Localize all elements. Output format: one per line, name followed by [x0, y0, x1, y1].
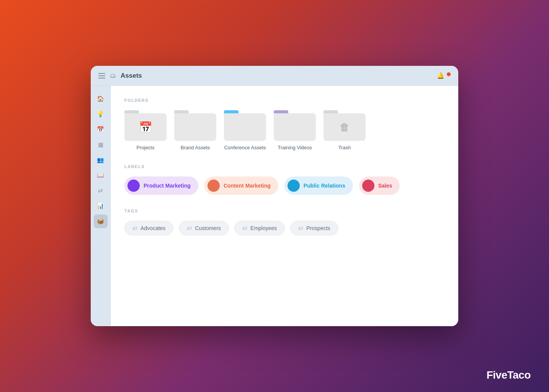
label-sales[interactable]: Sales [359, 176, 400, 195]
label-dot-sales [362, 180, 374, 192]
folder-training-videos-icon [274, 110, 316, 141]
folders-section-label: FOLDERS [124, 98, 444, 103]
tag-prospects-icon: 🏷 [298, 225, 303, 231]
trash-icon: 🗑 [340, 121, 350, 133]
tag-employees-icon: 🏷 [242, 225, 247, 231]
folder-body: 📅 [124, 113, 167, 141]
sidebar-item-flow[interactable]: ⇄ [94, 184, 108, 198]
label-sales-text: Sales [378, 183, 392, 189]
label-product-marketing[interactable]: Product Marketing [124, 176, 198, 195]
tag-employees[interactable]: 🏷 Employees [234, 221, 285, 235]
folder-projects-icon: 📅 [124, 110, 167, 141]
label-public-relations-text: Public Relations [304, 183, 345, 189]
tags-section: TAGS 🏷 Advocates 🏷 Customers 🏷 Employees [124, 209, 444, 235]
assets-title-icon: 🗂 [110, 72, 116, 79]
folder-training-videos[interactable]: Training Videos [274, 110, 316, 150]
tag-advocates-label: Advocates [141, 225, 165, 231]
labels-section: LABELS Product Marketing Content Marketi… [124, 164, 444, 195]
folder-trash[interactable]: 🗑 Trash [324, 110, 366, 150]
sidebar-item-docs[interactable]: 📖 [94, 168, 108, 182]
tag-employees-label: Employees [250, 225, 277, 231]
folder-conference-assets[interactable]: Conference Assets [224, 110, 266, 150]
folder-conference-assets-icon [224, 110, 266, 141]
folder-trash-label: Trash [338, 145, 351, 150]
folder-body [174, 113, 216, 141]
label-dot-content-marketing [208, 180, 220, 192]
folder-brand-assets-icon [174, 110, 216, 141]
sidebar-item-people[interactable]: 👥 [94, 153, 108, 167]
label-product-marketing-text: Product Marketing [144, 183, 191, 189]
label-content-marketing-text: Content Marketing [224, 183, 271, 189]
folder-body: 🗑 [324, 113, 366, 141]
tag-prospects-label: Prospects [306, 225, 330, 231]
labels-row: Product Marketing Content Marketing Publ… [124, 176, 444, 195]
folder-training-videos-label: Training Videos [278, 145, 312, 150]
tag-customers-label: Customers [195, 225, 221, 231]
tag-advocates-icon: 🏷 [132, 225, 137, 231]
sidebar-item-charts[interactable]: 📊 [94, 199, 108, 213]
notification-icon[interactable]: 🔔 [437, 72, 444, 79]
label-content-marketing[interactable]: Content Marketing [204, 176, 278, 195]
sidebar: 🏠 💡 📅 ▦ 👥 📖 ⇄ 📊 📦 [91, 86, 111, 326]
sidebar-item-home[interactable]: 🏠 [94, 92, 108, 106]
page-title: Assets [121, 72, 142, 80]
tags-row: 🏷 Advocates 🏷 Customers 🏷 Employees 🏷 Pr… [124, 221, 444, 235]
labels-section-label: LABELS [124, 164, 444, 169]
folder-body [274, 113, 316, 141]
title-bar-left: 🗂 Assets [98, 72, 142, 80]
title-bar-right: 🔔 [437, 72, 451, 79]
folder-body [224, 113, 266, 141]
projects-calendar-icon: 📅 [139, 121, 152, 134]
folder-projects[interactable]: 📅 Projects [124, 110, 167, 150]
user-status-dot [447, 72, 451, 76]
sidebar-item-grid[interactable]: ▦ [94, 138, 108, 152]
folder-brand-assets-label: Brand Assets [181, 145, 210, 150]
folder-brand-assets[interactable]: Brand Assets [174, 110, 216, 150]
folder-conference-assets-label: Conference Assets [224, 145, 266, 150]
label-dot-product-marketing [127, 180, 140, 192]
sidebar-item-ideas[interactable]: 💡 [94, 107, 108, 121]
tag-advocates[interactable]: 🏷 Advocates [124, 221, 173, 235]
branding-text: FiveTaco [487, 369, 531, 381]
app-body: 🏠 💡 📅 ▦ 👥 📖 ⇄ 📊 📦 FOLDERS 📅 [91, 86, 458, 326]
label-public-relations[interactable]: Public Relations [284, 176, 353, 195]
sidebar-item-calendar[interactable]: 📅 [94, 122, 108, 136]
label-dot-public-relations [288, 180, 300, 192]
folders-grid: 📅 Projects Brand Assets [124, 110, 444, 150]
main-content: FOLDERS 📅 Projects [111, 86, 458, 326]
folder-projects-label: Projects [137, 145, 155, 150]
tag-customers[interactable]: 🏷 Customers [179, 221, 229, 235]
tag-customers-icon: 🏷 [187, 225, 192, 231]
tags-section-label: TAGS [124, 209, 444, 213]
menu-button[interactable] [98, 73, 105, 78]
folder-trash-icon: 🗑 [324, 110, 366, 141]
title-bar: 🗂 Assets 🔔 [91, 66, 458, 86]
app-window: 🗂 Assets 🔔 🏠 💡 📅 ▦ 👥 📖 ⇄ 📊 📦 FOLDERS [91, 66, 458, 326]
tag-prospects[interactable]: 🏷 Prospects [290, 221, 338, 235]
sidebar-item-assets[interactable]: 📦 [94, 214, 108, 228]
